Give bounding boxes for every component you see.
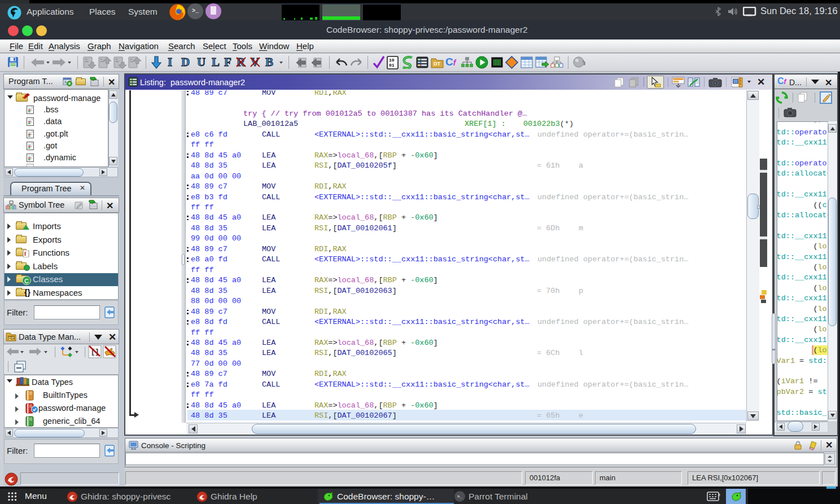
svg-text:C: C	[24, 278, 29, 284]
svg-text:10: 10	[389, 58, 395, 63]
svg-text:DT: DT	[8, 336, 14, 341]
svg-text:DT: DT	[434, 61, 440, 67]
svg-text:z: z	[718, 492, 720, 497]
svg-text:01: 01	[389, 63, 395, 68]
